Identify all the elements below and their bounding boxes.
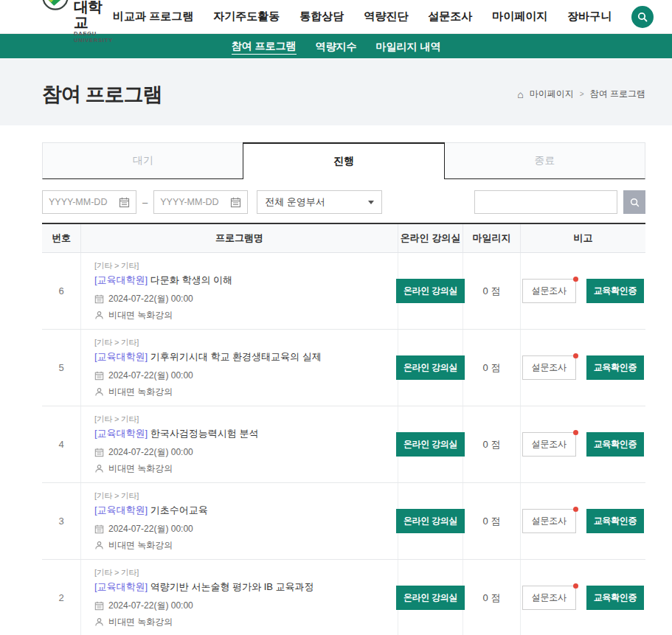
tab-ongoing[interactable]: 진행 [243,142,444,179]
program-name[interactable]: 다문화 학생의 이해 [150,274,232,285]
breadcrumb-current: 참여 프로그램 [590,88,645,100]
person-icon [94,310,104,320]
survey-button[interactable]: 설문조사 [522,586,576,610]
breadcrumb-separator: > [580,90,584,98]
nav-item-survey[interactable]: 설문조사 [428,10,472,24]
header-search-button[interactable] [631,6,654,28]
note-cell: 설문조사 교육확인증 [521,406,645,482]
online-classroom-cell: 온라인 강의실 [398,253,463,329]
university-logo[interactable]: 대구대학교 DAEGU UNIVERSITY [42,0,113,44]
main-content: 대기 진행 종료 – 전체 운영부서 [42,125,645,635]
logo-text: 대구대학교 DAEGU UNIVERSITY [74,0,113,44]
date-to-input[interactable] [160,197,226,207]
date-to-box [153,190,248,214]
program-category: [기타 > 기타] [94,490,139,502]
program-method-line: 비대면 녹화강의 [94,462,173,475]
program-method-line: 비대면 녹화강의 [94,386,173,398]
program-department[interactable]: [교육대학원] [94,351,148,362]
program-name[interactable]: 역량기반 서논술형 평가와 IB 교육과정 [150,581,314,592]
person-icon [94,617,104,627]
title-section: 참여 프로그램 ⌂ 마이페이지 > 참여 프로그램 [0,58,672,125]
survey-button[interactable]: 설문조사 [522,355,576,380]
program-method-line: 비대면 녹화강의 [94,539,173,552]
tab-waiting[interactable]: 대기 [42,142,243,179]
nav-item-extracurricular[interactable]: 비교과 프로그램 [113,10,193,24]
date-range-separator: – [142,197,148,208]
program-name[interactable]: 기후위기시대 학교 환경생태교육의 실제 [150,351,322,362]
program-title-link[interactable]: [교육대학원] 다문화 학생의 이해 [94,274,232,287]
mileage-value: 0 점 [463,253,521,329]
education-certificate-button[interactable]: 교육확인증 [586,432,645,457]
online-classroom-cell: 온라인 강의실 [398,560,463,635]
subnav-item-competency-index[interactable]: 역량지수 [316,38,357,55]
note-cell: 설문조사 교육확인증 [521,483,645,559]
row-number: 4 [42,406,81,482]
note-cell: 설문조사 교육확인증 [521,330,645,406]
survey-button[interactable]: 설문조사 [522,509,576,533]
survey-button[interactable]: 설문조사 [522,279,576,303]
calendar-icon [94,371,104,381]
program-name[interactable]: 기초수어교육 [150,504,208,516]
logo-subtitle: DAEGU UNIVERSITY [74,30,113,44]
nav-item-cart[interactable]: 장바구니 [567,10,612,24]
education-certificate-button[interactable]: 교육확인증 [586,586,645,610]
program-title-link[interactable]: [교육대학원] 기후위기시대 학교 환경생태교육의 실제 [94,350,322,364]
calendar-icon[interactable] [230,197,241,208]
online-classroom-button[interactable]: 온라인 강의실 [396,509,465,533]
keyword-search-input[interactable] [474,190,617,214]
breadcrumb-mypage[interactable]: 마이페이지 [530,88,574,100]
online-classroom-button[interactable]: 온라인 강의실 [396,355,465,380]
home-icon[interactable]: ⌂ [517,89,523,100]
program-date: 2024-07-22(월) 00:00 [108,293,193,305]
nav-item-mypage[interactable]: 마이페이지 [492,10,547,24]
survey-alert-dot [573,583,578,589]
program-date-line: 2024-07-22(월) 00:00 [94,369,193,382]
program-title-link[interactable]: [교육대학원] 기초수어교육 [94,504,208,517]
program-department[interactable]: [교육대학원] [94,504,148,516]
online-classroom-button[interactable]: 온라인 강의실 [396,586,465,610]
survey-button[interactable]: 설문조사 [522,432,576,457]
calendar-icon[interactable] [119,197,130,208]
program-method: 비대면 녹화강의 [108,462,173,475]
nav-item-competency[interactable]: 역량진단 [364,10,408,24]
table-row: 5 [기타 > 기타] [교육대학원] 기후위기시대 학교 환경생태교육의 실제… [42,330,645,406]
subnav-item-participation-programs[interactable]: 참여 프로그램 [232,38,297,55]
keyword-search-button[interactable] [623,190,645,214]
education-certificate-button[interactable]: 교육확인증 [586,279,645,303]
survey-button-label: 설문조사 [532,516,567,526]
program-department[interactable]: [교육대학원] [94,428,148,439]
mileage-value: 0 점 [463,406,521,482]
program-date-line: 2024-07-22(월) 00:00 [94,446,193,459]
filter-bar: – 전체 운영부서 [42,190,645,214]
subnav-item-mileage-history[interactable]: 마일리지 내역 [376,38,441,55]
education-certificate-button[interactable]: 교육확인증 [586,355,645,380]
education-certificate-button[interactable]: 교육확인증 [586,509,645,533]
program-category: [기타 > 기타] [94,337,139,348]
mileage-value: 0 점 [463,330,521,406]
nav-item-self-directed[interactable]: 자기주도활동 [213,10,280,24]
online-classroom-button[interactable]: 온라인 강의실 [396,279,465,303]
program-name[interactable]: 한국사검정능력시험 분석 [150,428,259,439]
program-title-link[interactable]: [교육대학원] 역량기반 서논술형 평가와 IB 교육과정 [94,580,314,594]
mileage-value: 0 점 [463,483,521,559]
breadcrumb: ⌂ 마이페이지 > 참여 프로그램 [517,88,645,100]
department-select[interactable]: 전체 운영부서 [257,190,382,214]
program-department[interactable]: [교육대학원] [94,274,148,285]
program-method: 비대면 녹화강의 [108,386,173,398]
row-number: 3 [42,483,81,559]
program-department[interactable]: [교육대학원] [94,581,148,592]
calendar-icon [94,601,104,611]
program-date: 2024-07-22(월) 00:00 [108,523,193,535]
program-title-link[interactable]: [교육대학원] 한국사검정능력시험 분석 [94,427,258,440]
online-classroom-button[interactable]: 온라인 강의실 [396,432,465,457]
chevron-down-icon [368,201,374,204]
program-method: 비대면 녹화강의 [108,309,173,322]
program-date-line: 2024-07-22(월) 00:00 [94,523,193,535]
date-from-input[interactable] [49,197,114,207]
university-emblem-icon [42,0,69,10]
nav-item-counseling[interactable]: 통합상담 [299,10,344,24]
tab-ended[interactable]: 종료 [444,142,645,179]
row-number: 6 [42,253,81,329]
program-category: [기타 > 기타] [94,414,139,425]
col-header-program-name: 프로그램명 [81,224,398,252]
